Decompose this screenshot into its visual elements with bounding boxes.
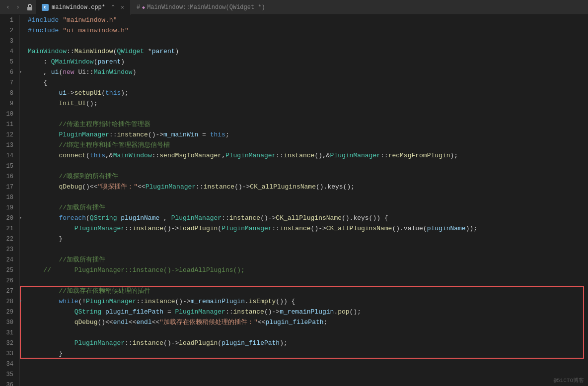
line-number: 28 [4, 296, 13, 307]
code-line: Init_UI(); [28, 98, 588, 109]
breadcrumb-hash: # [137, 4, 140, 11]
line-number: 5 [4, 57, 13, 67]
svg-rect-0 [27, 7, 32, 10]
line-number: 15 [4, 161, 13, 171]
forward-button[interactable]: › [14, 3, 22, 11]
line-numbers: 1234567891011121314151617181920212223242… [0, 15, 20, 386]
code-line [28, 109, 588, 119]
line-number: 33 [4, 348, 13, 359]
line-number: 25 [4, 265, 13, 275]
code-line: //嗅探到的所有插件 [28, 171, 588, 182]
line-number: 10 [4, 109, 13, 119]
line-number: 20 [4, 213, 13, 223]
line-number: 8 [4, 88, 13, 98]
tab-filename: mainwindow.cpp* [52, 4, 105, 11]
cpp-file-icon: C [42, 4, 49, 11]
line-number: 32 [4, 338, 13, 348]
breadcrumb-diamond-icon: ◆ [142, 4, 145, 10]
line-number: 35 [4, 369, 13, 380]
line-number: 17 [4, 182, 13, 192]
code-line: ▾ while(!PluginManager::instance()->m_re… [28, 296, 588, 307]
breadcrumb: # ◆ MainWindow::MainWindow(QWidget *) [131, 4, 265, 11]
line-number: 21 [4, 223, 13, 234]
code-area[interactable]: #include "mainwindow.h"#include "ui_main… [20, 15, 588, 386]
code-line: MainWindow::MainWindow(QWidget *parent) [28, 46, 588, 57]
code-line: //绑定主程序和插件管理器消息信号槽 [28, 140, 588, 150]
file-lock-icon [26, 3, 34, 11]
line-number: 22 [4, 234, 13, 244]
line-number: 2 [4, 25, 13, 36]
tab-close-button[interactable]: ✕ [121, 4, 124, 10]
watermark: @51CTO博客 [553, 377, 584, 384]
code-line: } [28, 348, 588, 359]
code-line [28, 327, 588, 338]
line-number: 24 [4, 255, 13, 265]
line-number: 31 [4, 327, 13, 338]
line-number: 1 [4, 15, 13, 25]
line-number: 13 [4, 140, 13, 150]
code-line: //加载所有插件 [28, 202, 588, 213]
active-tab[interactable]: C mainwindow.cpp* ⌃ ✕ [36, 0, 131, 15]
code-line: } [28, 234, 588, 244]
code-line: QString plugin_filePath = PluginManager:… [28, 307, 588, 317]
code-line [28, 161, 588, 171]
code-editor: 1234567891011121314151617181920212223242… [0, 15, 588, 386]
line-number: 12 [4, 129, 13, 140]
code-line: ▾ , ui(new Ui::MainWindow) [28, 67, 588, 77]
code-line: // PluginManager::instance()->loadAllPlu… [28, 265, 588, 275]
line-number: 6 [4, 67, 13, 77]
code-line: PluginManager::instance()->loadPlugin(pl… [28, 338, 588, 348]
line-number: 36 [4, 380, 13, 386]
fold-marker[interactable]: ▾ [20, 213, 22, 223]
code-line [28, 275, 588, 286]
nav-buttons[interactable]: ‹ › [4, 3, 22, 11]
code-line: #include "ui_mainwindow.h" [28, 25, 588, 36]
code-line: ▾ foreach(QString pluginName , PluginMan… [28, 213, 588, 223]
code-line: connect(this,&MainWindow::sendMsgToManag… [28, 150, 588, 161]
line-number: 3 [4, 36, 13, 46]
code-line [28, 380, 588, 386]
code-line: PluginManager::instance()->loadPlugin(Pl… [28, 223, 588, 234]
line-number: 23 [4, 244, 13, 255]
code-line: qDebug()<<endl<<endl<<"加载存在依赖稍候处理的插件："<<… [28, 317, 588, 327]
code-line: //传递主程序指针给插件管理器 [28, 119, 588, 129]
breadcrumb-function: MainWindow::MainWindow(QWidget *) [147, 4, 265, 11]
code-line: { [28, 77, 588, 88]
fold-marker[interactable]: ▾ [20, 67, 22, 77]
line-number: 26 [4, 275, 13, 286]
code-line: : QMainWindow(parent) [28, 57, 588, 67]
line-number: 19 [4, 202, 13, 213]
back-button[interactable]: ‹ [4, 3, 12, 11]
line-number: 4 [4, 46, 13, 57]
line-number: 14 [4, 150, 13, 161]
line-number: 18 [4, 192, 13, 202]
title-bar: ‹ › C mainwindow.cpp* ⌃ ✕ # ◆ MainWindow… [0, 0, 588, 15]
code-line: PluginManager::instance()->m_mainWin = t… [28, 129, 588, 140]
line-number: 27 [4, 286, 13, 296]
fold-marker[interactable]: ▾ [20, 296, 22, 307]
code-line: #include "mainwindow.h" [28, 15, 588, 25]
code-line [28, 36, 588, 46]
line-number: 29 [4, 307, 13, 317]
line-number: 9 [4, 98, 13, 109]
code-line: //加载所有插件 [28, 255, 588, 265]
code-line: ui->setupUi(this); [28, 88, 588, 98]
code-line [28, 192, 588, 202]
tab-arrows[interactable]: ⌃ [108, 3, 118, 11]
line-number: 11 [4, 119, 13, 129]
code-line [28, 359, 588, 369]
code-line: qDebug()<<"嗅探插件："<<PluginManager::instan… [28, 182, 588, 192]
line-number: 30 [4, 317, 13, 327]
line-number: 34 [4, 359, 13, 369]
code-line [28, 244, 588, 255]
line-number: 7 [4, 77, 13, 88]
line-number: 16 [4, 171, 13, 182]
code-line: //加载存在依赖稍候处理的插件 [28, 286, 588, 296]
code-line [28, 369, 588, 380]
